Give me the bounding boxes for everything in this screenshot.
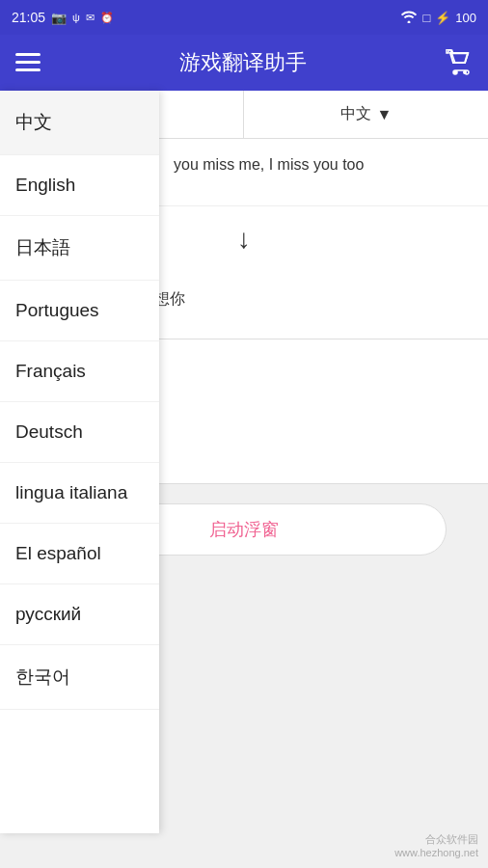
dropdown-item-russian[interactable]: русский <box>0 584 159 645</box>
dropdown-item-japanese[interactable]: 日本語 <box>0 216 159 281</box>
app-bar: 游戏翻译助手 <box>0 35 488 91</box>
svg-point-4 <box>463 70 467 74</box>
dropdown-item-chinese[interactable]: 中文 <box>0 91 159 155</box>
watermark: 合众软件园 www.hezhong.net <box>394 832 478 858</box>
svg-rect-0 <box>15 53 41 56</box>
status-right: □ ⚡ 100 <box>400 10 476 26</box>
cart-icon[interactable] <box>446 49 473 76</box>
main-content: 中文 ▼ 中文 ▼ you miss me, I miss you too ↓ … <box>0 91 488 868</box>
time-display: 21:05 <box>12 10 45 25</box>
svg-point-3 <box>453 70 457 74</box>
dropdown-item-english[interactable]: English <box>0 155 159 216</box>
target-lang-dropdown-icon[interactable]: ▼ <box>377 106 393 123</box>
dropdown-item-portuguese[interactable]: Portugues <box>0 281 159 341</box>
alarm-icon: ⏰ <box>100 12 114 24</box>
wifi-icon <box>400 10 418 26</box>
mail-icon: ✉ <box>86 12 95 24</box>
svg-rect-1 <box>15 61 41 64</box>
charging-icon: ⚡ <box>435 11 450 25</box>
signal-icon: □ <box>422 11 430 25</box>
status-bar: 21:05 📷 ψ ✉ ⏰ □ ⚡ 100 <box>0 0 488 35</box>
sim-icon: ψ <box>72 12 80 23</box>
notification-icon: 📷 <box>51 11 67 25</box>
menu-icon[interactable] <box>15 53 41 72</box>
dropdown-item-french[interactable]: Français <box>0 341 159 402</box>
down-arrow-icon: ↓ <box>237 224 251 255</box>
battery-level: 100 <box>455 11 476 25</box>
dropdown-item-korean[interactable]: 한국어 <box>0 645 159 710</box>
target-lang-label: 中文 <box>340 104 371 124</box>
target-lang-selector[interactable]: 中文 ▼ <box>244 91 488 138</box>
dropdown-item-german[interactable]: Deutsch <box>0 402 159 463</box>
dropdown-item-spanish[interactable]: El español <box>0 524 159 584</box>
status-left: 21:05 📷 ψ ✉ ⏰ <box>12 10 114 25</box>
dropdown-item-italian[interactable]: lingua italiana <box>0 463 159 524</box>
svg-rect-2 <box>15 68 41 71</box>
language-dropdown-menu: 中文 English 日本語 Portugues Français Deutsc… <box>0 91 159 833</box>
app-title: 游戏翻译助手 <box>179 48 307 77</box>
